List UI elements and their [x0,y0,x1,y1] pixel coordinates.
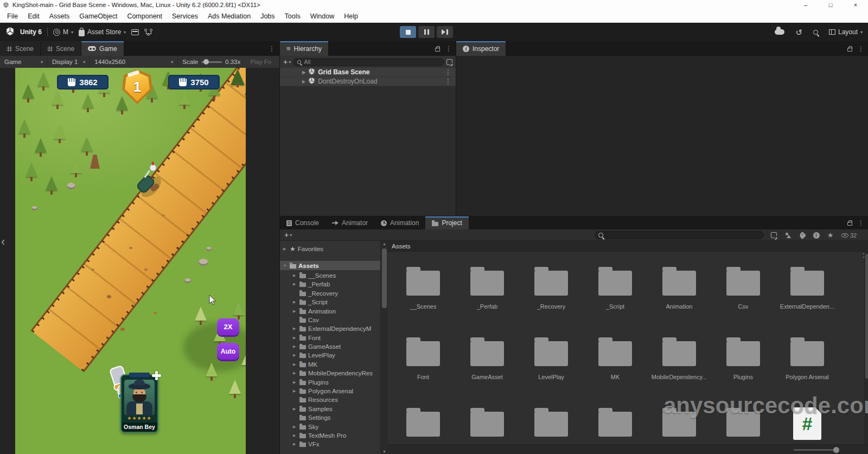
expand-arrow-icon[interactable]: ▶ [293,380,297,385]
expand-arrow-icon[interactable]: ▶ [293,344,297,349]
tree-row-folder[interactable]: ▶ ExternalDependencyM [280,324,380,333]
scale-slider-knob[interactable] [203,59,209,65]
row-kebab-icon[interactable]: ⋮ [445,78,451,85]
expand-arrow-icon[interactable]: ▶ [293,282,297,286]
expand-arrow-icon[interactable]: ▶ [293,425,297,429]
lock-icon[interactable] [847,222,852,226]
resolution-dropdown[interactable]: 1440x2560 ▾ [90,56,178,68]
menu-item[interactable]: Component [122,10,167,23]
row-kebab-icon[interactable]: ⋮ [445,68,451,76]
expand-arrow-icon[interactable]: ▶ [293,353,297,357]
tree-row-folder[interactable]: ▶ LevelPlay [280,351,380,360]
display-dropdown[interactable]: Display 1 ▾ [48,56,90,68]
speed-2x-button[interactable]: 2X [217,318,239,335]
search-by-type-button[interactable] [781,229,795,241]
asset-folder-tile[interactable]: LevelPlay [521,337,582,380]
scrollbar-thumb[interactable] [865,254,868,379]
asset-folder-tile[interactable]: GameAsset [457,337,518,380]
lock-icon[interactable] [435,48,440,52]
expand-arrow-icon[interactable]: ▶ [293,442,297,446]
tab-inspector[interactable]: i Inspector [456,41,506,56]
game-view-mode-dropdown[interactable]: Game ▾ [0,56,48,68]
tree-row-folder[interactable]: ▶ _Script [280,298,380,306]
asset-folder-tile[interactable]: Polygon Arsenal [777,337,838,380]
tree-row-folder[interactable]: ▶ Sky [280,422,380,431]
expand-arrow-icon[interactable]: ▶ [293,362,297,367]
tab-animator[interactable]: Animator [326,216,374,229]
asset-folder-tile[interactable]: __Scenes [393,266,454,310]
expand-arrow-icon[interactable]: ▶ [293,327,297,331]
cloud-button[interactable] [775,29,784,35]
asset-folder-tile[interactable]: MobileDependency... [649,337,710,380]
tree-row-folder[interactable]: ▶ _Recovery [280,289,380,298]
expand-arrow-icon[interactable]: ▶ [293,389,297,393]
asset-folder-tile[interactable] [585,407,646,447]
tree-row-folder[interactable]: ▶ Samples [280,405,380,413]
search-by-import-log-button[interactable]: ! [809,229,823,241]
pane-menu-kebab-icon[interactable]: ⋮ [445,45,452,53]
scene-picker-icon[interactable] [446,59,452,65]
pause-button[interactable] [418,26,435,38]
hierarchy-search-input[interactable]: All [293,58,444,66]
expand-arrow-icon[interactable]: ▶ [293,300,297,304]
lock-icon[interactable] [847,48,852,52]
save-search-button[interactable]: ★ [823,229,837,241]
icon-size-slider[interactable] [794,449,836,451]
hidden-items-toggle[interactable]: 32 [837,232,857,239]
tab-game[interactable]: Game [81,41,124,56]
expand-arrow-icon[interactable]: ▶ [293,273,297,278]
tree-scrollbar[interactable]: ▲ ▼ [380,241,387,454]
pane-menu-kebab-icon[interactable]: ⋮ [858,45,864,53]
asset-folder-tile[interactable] [393,407,454,447]
tree-row-folder[interactable]: ▶ GameAsset [280,342,380,351]
tab-hierarchy[interactable]: ≡ Hierarchy [280,41,329,56]
minimize-button[interactable]: – [793,0,818,10]
maximize-button[interactable]: □ [818,0,843,10]
expand-arrow-icon[interactable]: ▶ [293,309,297,314]
menu-item[interactable]: Edit [23,10,44,23]
asset-folder-tile[interactable]: MK [585,337,646,380]
collapse-arrow-icon[interactable]: ▼ [283,264,288,267]
close-button[interactable]: × [843,0,868,10]
asset-folder-tile[interactable]: _Script [585,266,646,310]
tree-row-folder[interactable]: ▶ Csv [280,316,380,324]
create-object-button[interactable]: +▾ [283,57,291,66]
expand-arrow-icon[interactable]: ▶ [293,371,297,375]
asset-folder-tile[interactable]: Csv [713,266,774,310]
search-by-label-button[interactable] [795,229,809,241]
asset-folder-tile[interactable] [457,407,518,447]
menu-item[interactable]: Assets [44,10,75,23]
asset-folder-tile[interactable]: # [777,407,838,447]
package-manager-button[interactable] [131,29,139,35]
asset-folder-tile[interactable]: _Recovery [521,266,582,310]
account-button[interactable]: M ▾ [53,28,73,36]
tree-row-folder[interactable]: ▶ Font [280,334,380,342]
tree-row-folder[interactable]: ▶ Plugins [280,378,380,386]
tree-row-folder[interactable]: ▶ Resources [280,395,380,404]
expand-arrow-icon[interactable]: ▶ [302,70,305,75]
tree-row-folder[interactable]: ▶ VFx [280,440,380,449]
tab-project[interactable]: Project [425,216,469,229]
tree-row-folder[interactable]: ▶ MK [280,360,380,369]
play-button[interactable] [400,26,416,38]
version-control-button[interactable] [144,29,152,36]
tree-row-assets-root[interactable]: ▼ Assets [280,261,380,270]
menu-item[interactable]: Services [167,10,203,23]
tree-row-folder[interactable]: ▶ Animation [280,306,380,315]
tree-row-folder[interactable]: ▶ TextMesh Pro [280,431,380,440]
asset-folder-tile[interactable]: _Perfab [457,266,518,310]
search-button[interactable] [813,30,818,35]
expand-arrow-icon[interactable]: ▶ [293,433,297,438]
expand-arrow-icon[interactable]: ▶ [283,247,288,251]
tree-row-folder[interactable]: ▶ Polygon Arsenal [280,387,380,395]
menu-item[interactable]: Jobs [256,10,279,23]
menu-item[interactable]: GameObject [74,10,122,23]
step-button[interactable] [437,26,453,38]
asset-folder-tile[interactable]: Animation [649,266,710,310]
undo-history-button[interactable]: ↺ [795,28,802,36]
collapse-left-icon[interactable]: ‹ [1,236,5,248]
layout-dropdown[interactable]: Layout ▾ [829,28,863,36]
pane-menu-kebab-icon[interactable]: ⋮ [858,219,864,227]
asset-folder-tile[interactable]: Font [393,337,454,380]
game-viewport[interactable]: 3862 1 3750 2X Auto [15,68,246,454]
